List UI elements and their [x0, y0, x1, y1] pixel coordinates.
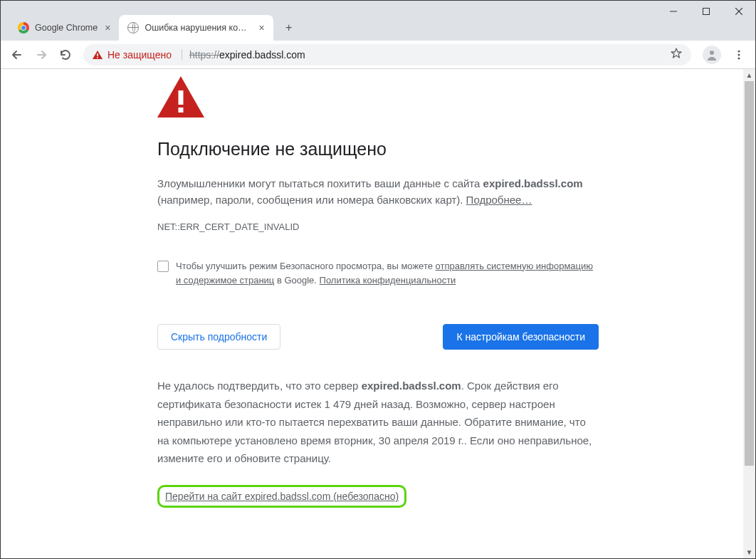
privacy-policy-link[interactable]: Политика конфиденциальности [320, 275, 456, 286]
window-controls [657, 1, 755, 22]
warning-paragraph: Злоумышленники могут пытаться похитить в… [157, 175, 599, 209]
forward-button[interactable] [31, 44, 52, 66]
vertical-scrollbar[interactable]: ▲ ▼ [743, 69, 755, 558]
proceed-unsafe-link[interactable]: Перейти на сайт expired.badssl.com (небе… [165, 491, 399, 502]
tab-title: Google Chrome [35, 23, 98, 33]
tab-google-chrome[interactable]: Google Chrome × [9, 15, 119, 41]
svg-rect-5 [97, 57, 98, 58]
close-tab-icon[interactable]: × [258, 22, 264, 33]
new-tab-button[interactable]: + [279, 18, 299, 38]
menu-button[interactable] [728, 44, 750, 66]
security-indicator[interactable]: Не защищено [92, 49, 172, 61]
kebab-menu-icon [733, 49, 745, 61]
button-row: Скрыть подробности К настройкам безопасн… [157, 324, 599, 350]
profile-avatar-button[interactable] [703, 46, 721, 64]
svg-point-6 [710, 51, 714, 55]
svg-rect-1 [703, 9, 710, 15]
opt-in-checkbox[interactable] [157, 261, 169, 272]
proceed-highlight: Перейти на сайт expired.badssl.com (небе… [157, 485, 406, 508]
bookmark-star-button[interactable] [670, 47, 683, 62]
tab-strip: Google Chrome × Ошибка нарушения конфиде… [1, 1, 299, 41]
reload-icon [59, 48, 72, 61]
maximize-button[interactable] [690, 1, 723, 22]
forward-arrow-icon [35, 48, 48, 61]
ssl-error-interstitial: Подключение не защищено Злоумышленники м… [157, 69, 599, 508]
domain-text: expired.badssl.com [362, 380, 461, 392]
minimize-icon [670, 8, 677, 15]
error-code: NET::ERR_CERT_DATE_INVALID [157, 221, 599, 232]
domain-text: expired.badssl.com [483, 177, 583, 189]
close-window-button[interactable] [723, 1, 755, 22]
star-icon [670, 47, 683, 60]
learn-more-link[interactable]: Подробнее… [466, 194, 532, 206]
details-paragraph: Не удалось подтвердить, что это сервер e… [157, 377, 599, 468]
page-title: Подключение не защищено [157, 139, 599, 160]
svg-point-7 [737, 50, 740, 52]
chrome-favicon [18, 22, 29, 33]
minimize-button[interactable] [657, 1, 690, 22]
address-bar[interactable]: Не защищено https:// expired.badssl.com [83, 44, 691, 66]
opt-in-text: Чтобы улучшить режим Безопасного просмот… [176, 259, 599, 289]
opt-in-row: Чтобы улучшить режим Безопасного просмот… [157, 259, 599, 289]
svg-rect-4 [97, 53, 98, 56]
scroll-up-arrow-icon[interactable]: ▲ [743, 69, 755, 81]
titlebar: Google Chrome × Ошибка нарушения конфиде… [1, 1, 755, 41]
separator [182, 49, 182, 61]
back-button[interactable] [6, 44, 28, 66]
reload-button[interactable] [55, 44, 76, 66]
svg-point-9 [737, 57, 740, 59]
large-warning-icon [157, 76, 599, 117]
close-tab-icon[interactable]: × [105, 22, 110, 33]
globe-favicon [127, 22, 139, 33]
toolbar: Не защищено https:// expired.badssl.com [1, 41, 755, 69]
warning-triangle-icon [92, 50, 103, 60]
back-arrow-icon [11, 48, 23, 61]
security-label: Не защищено [107, 49, 172, 61]
hide-details-button[interactable]: Скрыть подробности [157, 324, 280, 350]
url-host: expired.badssl.com [219, 49, 305, 61]
person-icon [705, 48, 718, 61]
close-icon [735, 8, 742, 15]
scroll-down-arrow-icon[interactable]: ▼ [743, 546, 755, 558]
back-to-safety-button[interactable]: К настройкам безопасности [443, 324, 599, 350]
tab-privacy-error[interactable]: Ошибка нарушения конфиденц × [119, 15, 273, 41]
svg-point-8 [737, 53, 740, 56]
browser-window: Google Chrome × Ошибка нарушения конфиде… [0, 0, 756, 559]
scrollbar-thumb[interactable] [745, 81, 754, 466]
svg-rect-11 [179, 108, 184, 113]
svg-rect-10 [179, 90, 184, 105]
maximize-icon [703, 8, 710, 15]
tab-title: Ошибка нарушения конфиденц [145, 23, 251, 33]
url-scheme: https:// [189, 49, 219, 61]
page-viewport: ▲ ▼ Подключение не защищено Злоумышленни… [1, 69, 755, 558]
